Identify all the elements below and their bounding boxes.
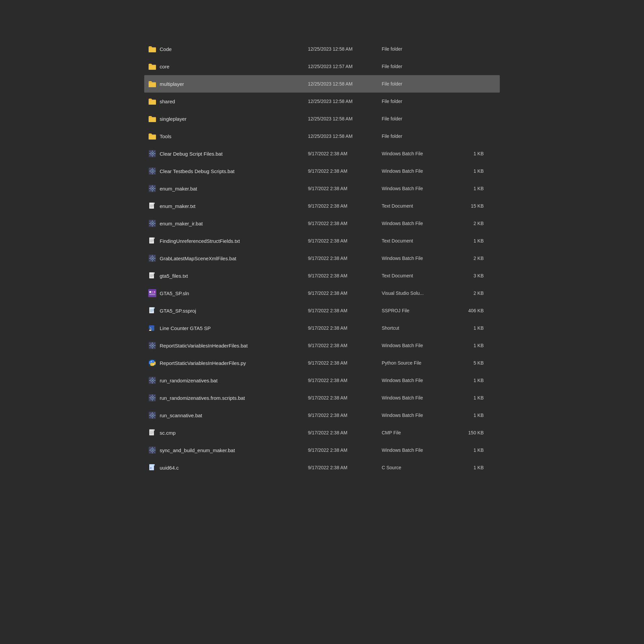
file-name-cell: enum_maker.txt — [147, 202, 308, 210]
file-size: 1 KB — [455, 378, 489, 383]
file-name-cell: Clear Testbeds Debug Scripts.bat — [147, 167, 308, 175]
file-name: shared — [160, 99, 175, 104]
file-date: 9/17/2022 2:38 AM — [308, 168, 382, 174]
bat-icon — [148, 254, 156, 262]
svg-text:C: C — [150, 467, 152, 470]
file-row[interactable]: GTA5_SP.sln 9/17/2022 2:38 AM Visual Stu… — [144, 284, 500, 302]
file-name: ReportStaticVariablesInHeaderFiles.bat — [160, 343, 248, 348]
file-type: Windows Batch File — [382, 343, 455, 348]
file-name: ReportStaticVariablesInHeaderFiles.py — [160, 360, 246, 366]
file-name: singleplayer — [160, 116, 186, 122]
file-row[interactable]: core 12/25/2023 12:57 AM File folder — [144, 58, 500, 75]
file-name: uuid64.c — [160, 465, 179, 471]
file-size: 2 KB — [455, 221, 489, 226]
file-row[interactable]: FindingUnreferencedStructFields.txt 9/17… — [144, 232, 500, 250]
file-name-cell: ReportStaticVariablesInHeaderFiles.bat — [147, 341, 308, 350]
file-row[interactable]: GTA5_SP.ssproj 9/17/2022 2:38 AM SSPROJ … — [144, 302, 500, 319]
file-name: run_scannative.bat — [160, 413, 202, 418]
c-icon: C — [148, 464, 156, 472]
file-row[interactable]: enum_maker_ir.bat 9/17/2022 2:38 AM Wind… — [144, 215, 500, 232]
file-row[interactable]: run_scannative.bat 9/17/2022 2:38 AM Win… — [144, 407, 500, 424]
file-row[interactable]: multiplayer 12/25/2023 12:58 AM File fol… — [144, 75, 500, 93]
file-row[interactable]: enum_maker.bat 9/17/2022 2:38 AM Windows… — [144, 180, 500, 197]
folder-icon — [148, 80, 156, 88]
file-date: 12/25/2023 12:57 AM — [308, 64, 382, 69]
file-row[interactable]: C uuid64.c 9/17/2022 2:38 AM C Source 1 … — [144, 459, 500, 476]
file-row[interactable]: ReportStaticVariablesInHeaderFiles.py 9/… — [144, 354, 500, 372]
file-row[interactable]: Tools 12/25/2023 12:58 AM File folder — [144, 127, 500, 145]
svg-rect-127 — [152, 395, 153, 396]
file-row[interactable]: Clear Testbeds Debug Scripts.bat 9/17/20… — [144, 162, 500, 180]
file-row[interactable]: enum_maker.txt 9/17/2022 2:38 AM Text Do… — [144, 197, 500, 215]
file-size: 15 KB — [455, 203, 489, 209]
file-name: enum_maker.txt — [160, 203, 196, 209]
file-row[interactable]: shared 12/25/2023 12:58 AM File folder — [144, 93, 500, 110]
file-date: 9/17/2022 2:38 AM — [308, 360, 382, 366]
file-type: CMP File — [382, 430, 455, 435]
bat-icon — [148, 341, 156, 350]
file-date: 9/17/2022 2:38 AM — [308, 221, 382, 226]
svg-rect-47 — [153, 203, 155, 204]
svg-rect-92 — [153, 307, 155, 309]
file-row[interactable]: run_randomizenatives.from.scripts.bat 9/… — [144, 389, 500, 407]
svg-point-70 — [152, 258, 153, 259]
file-row[interactable]: Code 12/25/2023 12:58 AM File folder — [144, 40, 500, 58]
svg-point-115 — [152, 380, 153, 381]
file-name-cell: C uuid64.c — [147, 464, 308, 472]
svg-rect-64 — [153, 237, 155, 239]
file-row[interactable]: GrabLatestMapSceneXmlFiles.bat 9/17/2022… — [144, 250, 500, 267]
file-row[interactable]: A Line Counter GTA5 SP 9/17/2022 2:38 AM… — [144, 319, 500, 337]
file-name-cell: gta5_files.txt — [147, 272, 308, 280]
svg-rect-130 — [155, 397, 156, 398]
file-date: 9/17/2022 2:38 AM — [308, 395, 382, 400]
file-row[interactable]: gta5_files.txt 9/17/2022 2:38 AM Text Do… — [144, 267, 500, 284]
svg-rect-62 — [149, 237, 154, 244]
file-row[interactable]: ReportStaticVariablesInHeaderFiles.bat 9… — [144, 337, 500, 354]
svg-rect-117 — [152, 383, 153, 384]
folder-icon — [148, 45, 156, 53]
svg-rect-18 — [155, 153, 156, 154]
file-size: 2 KB — [455, 256, 489, 261]
svg-rect-103 — [152, 348, 153, 349]
file-row[interactable]: run_randomizenatives.bat 9/17/2022 2:38 … — [144, 372, 500, 389]
file-type: File folder — [382, 133, 455, 139]
svg-point-25 — [152, 170, 153, 172]
file-date: 9/17/2022 2:38 AM — [308, 378, 382, 383]
svg-rect-5 — [149, 82, 156, 83]
file-date: 9/17/2022 2:38 AM — [308, 447, 382, 453]
svg-rect-72 — [152, 261, 153, 262]
svg-rect-71 — [152, 255, 153, 256]
file-type: Windows Batch File — [382, 151, 455, 156]
file-name-cell: sync_and_build_enum_maker.bat — [147, 446, 308, 454]
file-date: 9/17/2022 2:38 AM — [308, 238, 382, 244]
svg-rect-27 — [152, 173, 153, 174]
file-name-cell: GTA5_SP.sln — [147, 289, 308, 297]
file-row[interactable]: sc.cmp 9/17/2022 2:38 AM CMP File 150 KB — [144, 424, 500, 441]
svg-rect-40 — [155, 188, 156, 189]
file-row[interactable]: singleplayer 12/25/2023 12:58 AM File fo… — [144, 110, 500, 127]
file-type: File folder — [382, 81, 455, 87]
file-name: Clear Debug Script Files.bat — [160, 151, 223, 157]
shortcut-icon: A — [148, 324, 156, 332]
file-date: 12/25/2023 12:58 AM — [308, 46, 382, 52]
file-type: Shortcut — [382, 325, 455, 331]
file-row[interactable]: Clear Debug Script Files.bat 9/17/2022 2… — [144, 145, 500, 162]
file-name-cell: shared — [147, 97, 308, 105]
file-name-cell: ReportStaticVariablesInHeaderFiles.py — [147, 359, 308, 367]
svg-rect-138 — [152, 412, 153, 413]
svg-rect-140 — [149, 415, 150, 416]
file-type: File folder — [382, 64, 455, 69]
svg-rect-73 — [149, 258, 150, 259]
svg-rect-141 — [155, 415, 156, 416]
bat-icon — [148, 150, 156, 158]
file-date: 12/25/2023 12:58 AM — [308, 81, 382, 87]
file-type: File folder — [382, 116, 455, 121]
file-type: Text Document — [382, 273, 455, 278]
file-type: Windows Batch File — [382, 447, 455, 453]
file-name: GTA5_SP.ssproj — [160, 308, 196, 314]
svg-rect-165 — [153, 464, 155, 466]
file-name-cell: Clear Debug Script Files.bat — [147, 150, 308, 158]
file-row[interactable]: sync_and_build_enum_maker.bat 9/17/2022 … — [144, 441, 500, 459]
bat-icon — [148, 184, 156, 193]
file-type: File folder — [382, 46, 455, 52]
